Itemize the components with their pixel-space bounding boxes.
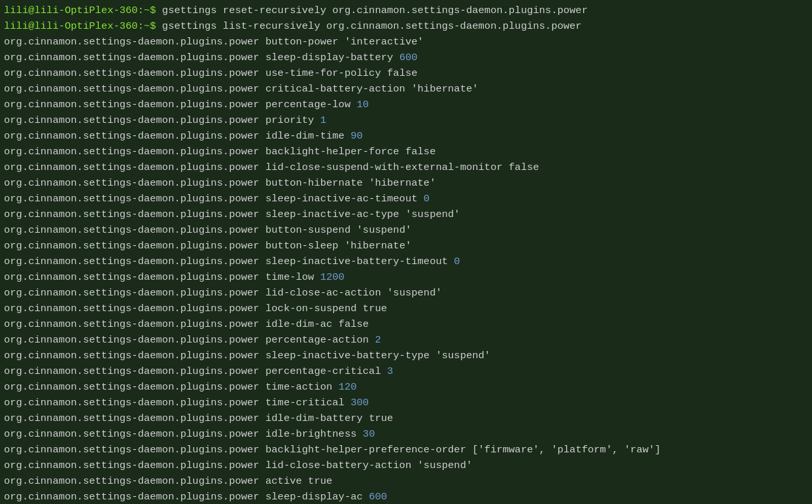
schema-name: org.cinnamon.settings-daemon.plugins.pow… — [4, 381, 260, 393]
setting-value: 0 — [454, 256, 460, 267]
setting-value: 0 — [424, 193, 430, 205]
setting-key: idle-dim-battery — [265, 412, 363, 424]
terminal-line: org.cinnamon.settings-daemon.plugins.pow… — [4, 191, 808, 207]
schema-name: org.cinnamon.settings-daemon.plugins.pow… — [4, 397, 260, 409]
setting-key: priority — [265, 114, 314, 126]
setting-value: 'interactive' — [345, 36, 424, 48]
setting-value: 1 — [320, 114, 326, 126]
setting-value: 10 — [357, 99, 369, 110]
setting-key: idle-dim-time — [265, 130, 345, 142]
terminal-line: org.cinnamon.settings-daemon.plugins.pow… — [4, 332, 808, 348]
schema-name: org.cinnamon.settings-daemon.plugins.pow… — [4, 365, 260, 377]
schema-name: org.cinnamon.settings-daemon.plugins.pow… — [4, 146, 260, 158]
setting-value: true — [369, 412, 393, 424]
setting-key: percentage-critical — [265, 365, 381, 377]
terminal-window[interactable]: lili@lili-OptiPlex-360:~$ gsettings rese… — [0, 0, 812, 504]
setting-key: active — [265, 475, 302, 487]
schema-name: org.cinnamon.settings-daemon.plugins.pow… — [4, 460, 260, 471]
schema-name: org.cinnamon.settings-daemon.plugins.pow… — [4, 256, 260, 267]
setting-value: 'suspend' — [405, 209, 460, 220]
schema-name: org.cinnamon.settings-daemon.plugins.pow… — [4, 491, 260, 503]
setting-value: 600 — [399, 52, 418, 63]
setting-value: false — [509, 161, 539, 173]
setting-value: 90 — [350, 130, 363, 142]
setting-key: sleep-inactive-ac-timeout — [265, 193, 418, 205]
setting-value: true — [363, 303, 387, 314]
setting-value: ['firmware', 'platform', 'raw'] — [472, 444, 660, 456]
setting-key: time-action — [265, 381, 332, 393]
terminal-line: org.cinnamon.settings-daemon.plugins.pow… — [4, 65, 808, 81]
prompt: lili@lili-OptiPlex-360:~$ — [4, 20, 162, 32]
schema-name: org.cinnamon.settings-daemon.plugins.pow… — [4, 287, 260, 299]
terminal-line: org.cinnamon.settings-daemon.plugins.pow… — [4, 379, 808, 395]
setting-key: use-time-for-policy — [265, 67, 381, 79]
terminal-line: org.cinnamon.settings-daemon.plugins.pow… — [4, 363, 808, 379]
schema-name: org.cinnamon.settings-daemon.plugins.pow… — [4, 114, 260, 126]
setting-key: button-power — [265, 36, 339, 48]
terminal-line: org.cinnamon.settings-daemon.plugins.pow… — [4, 316, 808, 332]
setting-key: critical-battery-action — [265, 83, 405, 95]
setting-value: 3 — [387, 365, 393, 377]
terminal-line: lili@lili-OptiPlex-360:~$ gsettings list… — [4, 18, 808, 34]
schema-name: org.cinnamon.settings-daemon.plugins.pow… — [4, 271, 260, 283]
terminal-line: lili@lili-OptiPlex-360:~$ gsettings rese… — [4, 3, 808, 18]
terminal-line: org.cinnamon.settings-daemon.plugins.pow… — [4, 254, 808, 269]
setting-key: backlight-helper-preference-order — [265, 444, 466, 456]
command-text: gsettings reset-recursively org.cinnamon… — [162, 5, 588, 16]
setting-key: lid-close-suspend-with-external-monitor — [265, 161, 503, 173]
setting-value: false — [339, 318, 369, 330]
terminal-line: org.cinnamon.settings-daemon.plugins.pow… — [4, 473, 808, 489]
setting-key: time-critical — [265, 397, 345, 409]
setting-value: 'hibernate' — [345, 240, 411, 252]
terminal-line: org.cinnamon.settings-daemon.plugins.pow… — [4, 207, 808, 222]
setting-key: percentage-low — [265, 99, 350, 110]
setting-key: sleep-display-ac — [265, 491, 363, 503]
schema-name: org.cinnamon.settings-daemon.plugins.pow… — [4, 99, 260, 110]
setting-key: button-sleep — [265, 240, 339, 252]
setting-value: true — [308, 475, 332, 487]
setting-value: 1200 — [320, 271, 345, 283]
schema-name: org.cinnamon.settings-daemon.plugins.pow… — [4, 303, 260, 314]
setting-value: 'hibernate' — [411, 83, 478, 95]
setting-value: 120 — [339, 381, 357, 393]
setting-value: 'suspend' — [387, 287, 442, 299]
schema-name: org.cinnamon.settings-daemon.plugins.pow… — [4, 161, 260, 173]
terminal-output: lili@lili-OptiPlex-360:~$ gsettings rese… — [4, 3, 808, 504]
terminal-line: org.cinnamon.settings-daemon.plugins.pow… — [4, 269, 808, 285]
schema-name: org.cinnamon.settings-daemon.plugins.pow… — [4, 36, 260, 48]
setting-key: sleep-inactive-battery-type — [265, 350, 430, 361]
schema-name: org.cinnamon.settings-daemon.plugins.pow… — [4, 475, 260, 487]
setting-value: 300 — [350, 397, 369, 409]
schema-name: org.cinnamon.settings-daemon.plugins.pow… — [4, 334, 260, 346]
prompt: lili@lili-OptiPlex-360:~$ — [4, 5, 162, 16]
terminal-line: org.cinnamon.settings-daemon.plugins.pow… — [4, 222, 808, 238]
command-text: gsettings list-recursively org.cinnamon.… — [162, 20, 582, 32]
setting-key: sleep-display-battery — [265, 52, 393, 63]
schema-name: org.cinnamon.settings-daemon.plugins.pow… — [4, 240, 260, 252]
terminal-line: org.cinnamon.settings-daemon.plugins.pow… — [4, 81, 808, 97]
setting-key: idle-dim-ac — [265, 318, 332, 330]
terminal-line: org.cinnamon.settings-daemon.plugins.pow… — [4, 238, 808, 254]
terminal-line: org.cinnamon.settings-daemon.plugins.pow… — [4, 285, 808, 301]
terminal-line: org.cinnamon.settings-daemon.plugins.pow… — [4, 395, 808, 411]
setting-key: lid-close-ac-action — [265, 287, 381, 299]
terminal-line: org.cinnamon.settings-daemon.plugins.pow… — [4, 50, 808, 65]
terminal-line: org.cinnamon.settings-daemon.plugins.pow… — [4, 34, 808, 50]
setting-value: 2 — [375, 334, 381, 346]
setting-key: idle-brightness — [265, 428, 357, 440]
setting-key: button-suspend — [265, 224, 350, 236]
setting-key: time-low — [265, 271, 314, 283]
terminal-line: org.cinnamon.settings-daemon.plugins.pow… — [4, 411, 808, 426]
terminal-line: org.cinnamon.settings-daemon.plugins.pow… — [4, 160, 808, 175]
terminal-line: org.cinnamon.settings-daemon.plugins.pow… — [4, 175, 808, 191]
schema-name: org.cinnamon.settings-daemon.plugins.pow… — [4, 130, 260, 142]
terminal-line: org.cinnamon.settings-daemon.plugins.pow… — [4, 97, 808, 112]
schema-name: org.cinnamon.settings-daemon.plugins.pow… — [4, 318, 260, 330]
schema-name: org.cinnamon.settings-daemon.plugins.pow… — [4, 224, 260, 236]
terminal-line: org.cinnamon.settings-daemon.plugins.pow… — [4, 112, 808, 128]
setting-key: lid-close-battery-action — [265, 460, 411, 471]
schema-name: org.cinnamon.settings-daemon.plugins.pow… — [4, 67, 260, 79]
terminal-line: org.cinnamon.settings-daemon.plugins.pow… — [4, 489, 808, 504]
setting-value: 'suspend' — [435, 350, 490, 361]
terminal-line: org.cinnamon.settings-daemon.plugins.pow… — [4, 442, 808, 458]
